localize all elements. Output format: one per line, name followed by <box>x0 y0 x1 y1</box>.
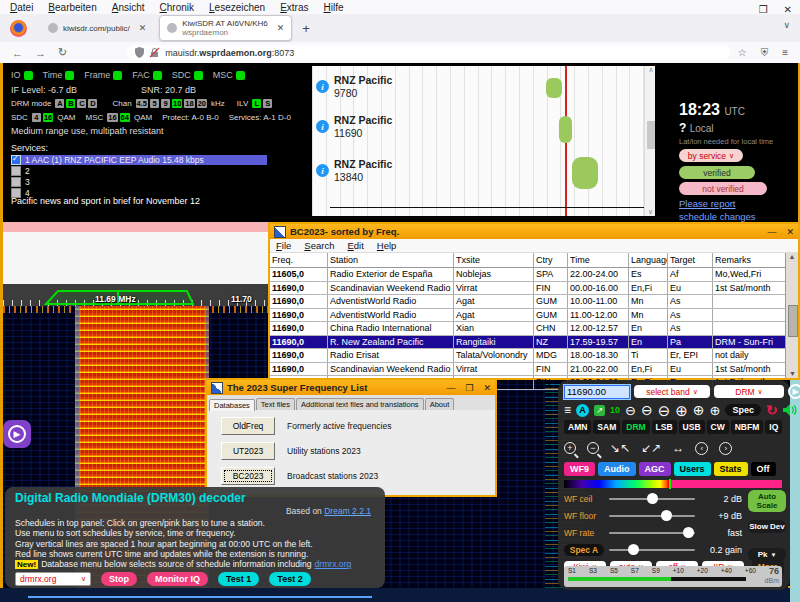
close-icon[interactable]: ✕ <box>786 227 794 237</box>
sfl-tab[interactable]: Text files <box>256 398 295 410</box>
col-time[interactable]: Time <box>568 253 629 267</box>
by-service-dropdown[interactable]: by service∨ <box>679 149 743 162</box>
audio-play-button[interactable]: ▶ <box>3 420 31 448</box>
oldfreq-button[interactable]: OldFreq <box>221 417 275 435</box>
menu-item[interactable]: Chronik <box>160 2 194 13</box>
menu-item[interactable]: Help <box>377 240 397 251</box>
mode-button[interactable]: NBFM <box>731 420 764 434</box>
panel-button[interactable]: Stats <box>714 462 748 476</box>
slider-knob[interactable] <box>661 510 672 521</box>
menu-item[interactable]: Bearbeiten <box>48 2 96 13</box>
page-right-icon[interactable]: › <box>719 442 732 455</box>
test2-button[interactable]: Test 2 <box>269 572 310 586</box>
table-row[interactable]: 11690,0 China Radio International Xian C… <box>270 322 786 336</box>
scroll-down-icon[interactable]: ∨ <box>648 208 653 216</box>
new-tab-button[interactable]: + <box>302 21 310 36</box>
menu-item[interactable]: Extras <box>280 2 308 13</box>
dream-link[interactable]: Dream 2.2.1 <box>324 506 371 516</box>
forward-icon[interactable]: → <box>35 47 46 59</box>
slider[interactable] <box>609 515 695 517</box>
spec-button[interactable]: Spec <box>725 404 761 416</box>
minimize-icon[interactable]: — <box>446 383 455 393</box>
zoom-out-icon[interactable]: − <box>587 442 599 454</box>
select-band-dropdown[interactable]: select band∨ <box>634 385 710 398</box>
col-freq[interactable]: Freq. <box>270 253 328 267</box>
col-target[interactable]: Target <box>668 253 713 267</box>
firefox-icon[interactable] <box>10 20 27 37</box>
mode-dropdown[interactable]: DRM∨ <box>714 385 784 398</box>
report-link-line2[interactable]: schedule changes <box>679 211 756 222</box>
zoom-in-icon[interactable]: + <box>564 442 576 454</box>
service-row[interactable]: 3 <box>11 177 300 187</box>
hamburger-menu-icon[interactable]: ≡ <box>782 47 788 59</box>
test1-button[interactable]: Test 1 <box>218 572 259 586</box>
mode-button[interactable]: CW <box>707 420 729 434</box>
sfl-tab[interactable]: Additional text files and translations <box>296 398 424 410</box>
scroll-up-icon[interactable]: ▲ <box>786 253 798 260</box>
slider-knob[interactable] <box>683 527 694 538</box>
table-row[interactable]: 11690,0 Scandinavian Weekend Radio Virra… <box>270 363 786 377</box>
mode-button[interactable]: IQ <box>765 420 782 434</box>
slider-label[interactable]: Spec A <box>564 544 604 556</box>
menu-item[interactable]: File <box>276 240 291 251</box>
restore-icon[interactable]: ❐ <box>465 383 473 393</box>
service-checkbox[interactable] <box>11 166 21 176</box>
panel-button[interactable]: Audio <box>598 462 636 476</box>
slider[interactable] <box>609 498 695 500</box>
stop-button[interactable]: Stop <box>101 572 137 586</box>
insecure-lock-icon[interactable] <box>149 47 160 58</box>
schedule-bar[interactable] <box>559 116 572 143</box>
schedule-source-dropdown[interactable]: drmrx.org∨ <box>15 572 91 586</box>
col-ctry[interactable]: Ctry <box>534 253 568 267</box>
frequency-scale[interactable]: 11.69 MHz 11.70 MHz <box>3 284 268 306</box>
panel-button[interactable]: Users <box>674 462 711 476</box>
mode-button[interactable]: USB <box>679 420 705 434</box>
menu-icon[interactable]: ≡ <box>564 403 571 417</box>
shield-icon[interactable] <box>135 47 144 58</box>
menu-item[interactable]: Search <box>304 240 334 251</box>
col-language[interactable]: Language <box>629 253 668 267</box>
drmrx-link[interactable]: drmrx.org <box>315 559 352 569</box>
mode-button[interactable]: DRM <box>622 420 649 434</box>
tab-close-icon[interactable]: ✕ <box>277 23 285 33</box>
verified-badge[interactable]: verified <box>679 166 755 179</box>
freq-down-icon[interactable]: ⊖ <box>658 404 671 417</box>
table-row[interactable]: 11690,0 AdventistWorld Radio Agat GUM 11… <box>270 309 786 323</box>
slider-knob[interactable] <box>628 544 639 555</box>
service-checkbox[interactable] <box>11 177 21 187</box>
sfl-tab[interactable]: Databases <box>209 399 255 411</box>
monitor-iq-button[interactable]: Monitor IQ <box>147 572 208 586</box>
close-icon[interactable]: ✕ <box>483 383 491 393</box>
sfl-titlebar[interactable]: The 2023 Super Frequency List — ❐ ✕ <box>207 380 495 395</box>
info-icon[interactable]: i <box>316 80 329 93</box>
slider-label[interactable]: WF ceil <box>564 494 604 504</box>
slider-label[interactable]: WF rate <box>564 528 604 538</box>
tab-close-icon[interactable]: ✕ <box>139 23 147 33</box>
freq-up-icon[interactable]: ⊕ <box>693 404 705 417</box>
speaker-icon[interactable] <box>783 404 797 416</box>
panel-button[interactable]: Off <box>751 462 776 476</box>
slow-dev-button[interactable]: Slow Dev <box>748 520 786 533</box>
scroll-down-icon[interactable]: ▼ <box>789 370 796 377</box>
bookmark-star-icon[interactable]: ☆ <box>738 47 747 59</box>
link-icon[interactable]: ↗ <box>594 405 605 416</box>
page-left-icon[interactable]: ‹ <box>695 442 708 455</box>
reload-icon[interactable]: ↻ <box>58 46 67 59</box>
table-row[interactable]: 11690,0 Scandinavian Weekend Radio Virra… <box>270 282 786 296</box>
pan-icon[interactable]: ↔ <box>672 441 684 455</box>
zoom-full-icon[interactable]: ↙↗ <box>641 441 661 455</box>
col-txsite[interactable]: Txsite <box>454 253 534 267</box>
report-link[interactable]: Please report <box>679 198 736 209</box>
a-button[interactable]: A <box>576 404 589 417</box>
sfl-tab[interactable]: About <box>425 398 455 410</box>
url-field[interactable]: mauisdr.wsprdaemon.org:8073 <box>127 45 729 60</box>
freq-down-icon[interactable]: ⊖ <box>625 404 636 417</box>
minimize-icon[interactable]: — <box>767 227 776 237</box>
slider-knob[interactable] <box>647 493 658 504</box>
menu-item[interactable]: Edit <box>347 240 363 251</box>
slider[interactable] <box>609 532 695 534</box>
table-row[interactable]: 11690,0 R. New Zealand Pacific Rangitaik… <box>270 336 786 350</box>
table-row[interactable]: 11690,0 AdventistWorld Radio Agat GUM 10… <box>270 295 786 309</box>
ut2023-button[interactable]: UT2023 <box>221 442 275 460</box>
schedule-bar[interactable] <box>546 78 562 98</box>
